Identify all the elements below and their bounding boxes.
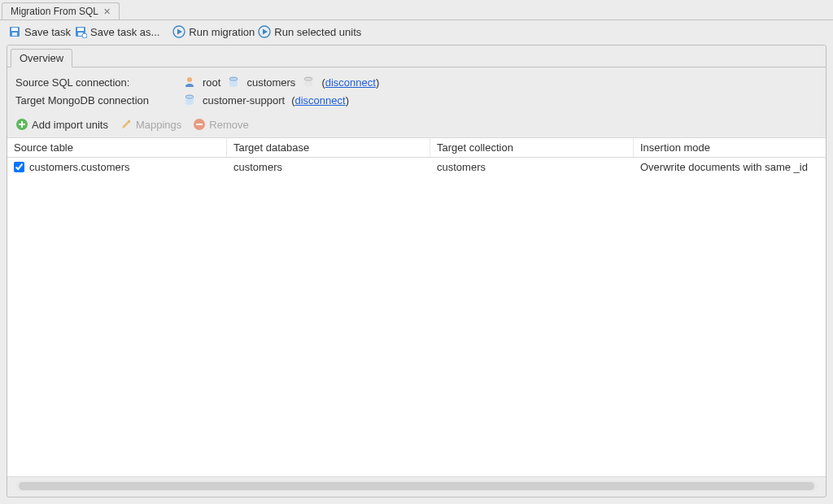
save-task-as-label: Save task as... [90,26,159,38]
run-selected-label: Run selected units [274,26,361,38]
database-icon [227,76,240,89]
actions-row: Add import units Mappings Remove [7,113,826,137]
mappings-button[interactable]: Mappings [120,118,181,131]
cell-target-database: customers [227,158,430,176]
plus-icon [15,118,28,131]
toolbar: Save task Save task as... Run migration [0,20,833,45]
connections-section: Source SQL connection: root customers (d… [7,67,826,113]
svg-marker-8 [177,29,182,35]
database-cylinder-icon [302,76,315,89]
scrollbar-thumb[interactable] [19,482,814,490]
row-checkbox[interactable] [14,162,24,172]
col-target-database[interactable]: Target database [227,138,430,157]
disconnect-wrap: (disconnect) [321,76,379,89]
disconnect-wrap: (disconnect) [291,94,349,106]
svg-rect-20 [19,124,25,125]
source-user: root [203,76,220,89]
add-import-units-button[interactable]: Add import units [15,118,108,131]
run-migration-button[interactable]: Run migration [172,25,255,38]
cell-insertion-mode: Overwrite documents with same _id [634,158,826,176]
save-icon [8,25,21,38]
target-db: customer-support [203,94,285,106]
svg-marker-10 [263,29,268,35]
source-connection-label: Source SQL connection: [15,76,177,89]
save-as-icon [74,25,87,38]
svg-rect-4 [77,28,84,31]
source-db: customers [246,76,295,89]
units-table: Source table Target database Target coll… [7,137,826,477]
minus-icon [193,118,206,131]
svg-rect-22 [196,124,203,125]
pencil-icon [120,118,133,131]
svg-point-11 [187,77,192,82]
table-row[interactable]: customers.customers customers customers … [7,158,826,176]
tab-overview[interactable]: Overview [11,49,72,67]
col-target-collection[interactable]: Target collection [430,138,634,157]
target-connection-row: Target MongoDB connection customer-suppo… [15,93,818,106]
save-task-label: Save task [24,26,71,38]
col-insertion-mode[interactable]: Insertion mode [634,138,826,157]
editor-tab-label: Migration From SQL [11,6,98,17]
table-header: Source table Target database Target coll… [7,138,826,158]
cell-target-collection: customers [430,158,634,176]
remove-button[interactable]: Remove [193,118,248,131]
overview-panel: Overview Source SQL connection: root cus… [7,45,826,497]
target-disconnect-link[interactable]: disconnect [295,94,346,106]
source-connection-row: Source SQL connection: root customers (d… [15,76,818,89]
mappings-label: Mappings [136,119,181,131]
editor-tab[interactable]: Migration From SQL ✕ [2,2,120,20]
database-icon [183,93,196,106]
run-migration-label: Run migration [189,26,255,38]
play-icon [258,25,271,38]
svg-point-6 [82,33,87,38]
cell-source-table: customers.customers [29,161,130,173]
remove-label: Remove [209,119,248,131]
target-connection-label: Target MongoDB connection [15,94,177,106]
source-disconnect-link[interactable]: disconnect [325,76,376,89]
add-import-units-label: Add import units [32,119,108,131]
save-task-button[interactable]: Save task [8,25,71,38]
col-source-table[interactable]: Source table [7,138,227,157]
user-icon [183,76,196,89]
tab-overview-label: Overview [20,52,63,64]
play-icon [172,25,185,38]
horizontal-scrollbar[interactable] [15,480,818,492]
save-task-as-button[interactable]: Save task as... [74,25,159,38]
run-selected-button[interactable]: Run selected units [258,25,361,38]
svg-rect-2 [12,33,17,36]
close-icon[interactable]: ✕ [103,7,111,17]
svg-rect-1 [11,28,18,31]
